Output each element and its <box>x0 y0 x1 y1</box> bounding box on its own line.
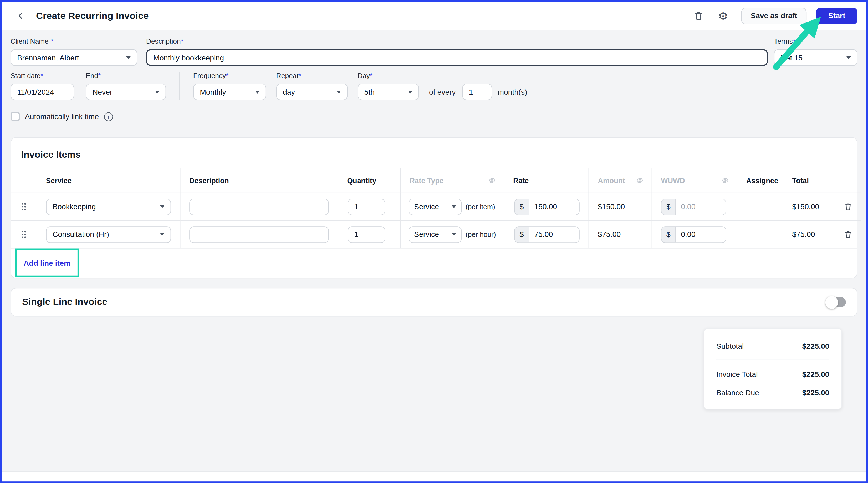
single-line-invoice-toggle[interactable] <box>827 297 846 307</box>
balance-due-value: $225.00 <box>802 388 829 397</box>
toggle-knob <box>826 296 838 309</box>
column-header-drag <box>11 168 37 193</box>
rate-type-value: Service <box>414 230 439 238</box>
start-date-input[interactable] <box>10 84 74 100</box>
auto-link-time-label: Automatically link time <box>25 112 99 121</box>
interval-unit-text: month(s) <box>498 84 527 100</box>
of-every-text: of every <box>429 84 456 100</box>
delete-invoice-button[interactable] <box>692 9 706 23</box>
rate-type-select[interactable]: Service <box>408 198 462 215</box>
service-select[interactable]: Consultation (Hr) <box>46 226 171 243</box>
screen: Create Recurring Invoice ⚙ Save as draft… <box>0 0 868 483</box>
required-marker: * <box>370 72 372 79</box>
quantity-input[interactable] <box>347 226 385 243</box>
gear-icon: ⚙ <box>718 10 728 21</box>
drag-handle-icon[interactable] <box>22 203 26 210</box>
start-date-group: Start date* <box>10 72 74 100</box>
invoice-total-row: Invoice Total $225.00 <box>716 370 829 379</box>
invoice-total-label: Invoice Total <box>716 370 758 379</box>
rate-type-cell: Service (per item) <box>401 193 504 220</box>
rate-input-group: $ <box>514 226 579 243</box>
total-cell: $75.00 <box>783 220 835 248</box>
subtotal-row: Subtotal $225.00 <box>716 342 829 350</box>
line-description-input[interactable] <box>189 198 329 215</box>
chevron-down-icon <box>155 90 160 93</box>
quantity-input[interactable] <box>347 198 385 215</box>
total-value: $150.00 <box>792 203 819 211</box>
interval-input[interactable] <box>462 84 492 100</box>
eye-slash-icon[interactable] <box>721 176 729 184</box>
quantity-cell <box>338 193 401 220</box>
currency-prefix: $ <box>662 199 676 215</box>
invoice-items-card: Invoice Items Service Description Quanti… <box>10 137 858 278</box>
wuwd-input[interactable] <box>676 199 726 215</box>
auto-link-time-row: Automatically link time i <box>2 112 866 121</box>
rate-input[interactable] <box>529 199 579 215</box>
currency-prefix: $ <box>515 199 529 215</box>
back-button[interactable] <box>14 9 27 23</box>
wuwd-input-group: $ <box>661 226 726 243</box>
assignee-cell <box>737 220 783 248</box>
summary-divider <box>716 360 829 360</box>
trash-icon <box>694 11 704 21</box>
chevron-down-icon <box>160 233 164 236</box>
line-description-input[interactable] <box>189 226 329 243</box>
info-icon[interactable]: i <box>104 112 113 121</box>
subtotal-label: Subtotal <box>716 342 744 350</box>
delete-row-button[interactable] <box>843 230 852 239</box>
terms-select[interactable]: Net 15 <box>774 49 858 66</box>
app-window: Create Recurring Invoice ⚙ Save as draft… <box>0 0 868 483</box>
rate-input-group: $ <box>514 198 579 215</box>
eye-slash-icon[interactable] <box>636 176 644 184</box>
service-value: Consultation (Hr) <box>53 230 109 238</box>
trash-icon <box>843 202 852 211</box>
end-select[interactable]: Never <box>86 84 166 100</box>
balance-due-label: Balance Due <box>716 388 759 397</box>
add-line-item-link[interactable]: Add line item <box>24 259 71 267</box>
day-select[interactable]: 5th <box>358 84 419 100</box>
chevron-down-icon <box>846 56 851 59</box>
form-row-1: Client Name* Brennaman, Albert Descripti… <box>2 38 866 66</box>
currency-prefix: $ <box>662 227 676 242</box>
description-label: Description* <box>146 38 768 45</box>
delete-row-button[interactable] <box>843 202 852 211</box>
start-button[interactable]: Start <box>816 7 858 24</box>
eye-slash-icon[interactable] <box>488 176 496 184</box>
interval-group <box>462 84 492 100</box>
settings-button[interactable]: ⚙ <box>716 9 730 23</box>
rate-type-select[interactable]: Service <box>408 226 462 243</box>
chevron-left-icon <box>16 11 25 20</box>
chevron-down-icon <box>337 90 341 93</box>
drag-handle-icon[interactable] <box>22 231 26 238</box>
description-group: Description* <box>146 38 768 66</box>
terms-label: Terms* <box>774 38 858 45</box>
wuwd-input-group: $ <box>661 198 726 215</box>
chevron-down-icon <box>160 205 164 208</box>
service-select[interactable]: Bookkeeping <box>46 198 171 215</box>
client-name-group: Client Name* Brennaman, Albert <box>10 38 137 66</box>
service-cell: Consultation (Hr) <box>37 220 180 248</box>
chevron-down-icon <box>452 233 456 236</box>
single-line-invoice-heading: Single Line Invoice <box>22 297 107 308</box>
frequency-select[interactable]: Monthly <box>193 84 266 100</box>
client-name-label: Client Name* <box>10 38 137 45</box>
end-value: Never <box>93 88 113 96</box>
save-as-draft-button[interactable]: Save as draft <box>741 7 807 24</box>
client-name-select[interactable]: Brennaman, Albert <box>10 49 137 66</box>
end-label: End* <box>86 72 166 79</box>
rate-input[interactable] <box>529 227 579 242</box>
column-header-rate: Rate <box>504 168 589 193</box>
row-actions-cell <box>835 193 861 220</box>
single-line-invoice-card: Single Line Invoice <box>10 288 858 317</box>
top-bar: Create Recurring Invoice ⚙ Save as draft… <box>2 2 866 31</box>
description-cell <box>181 193 338 220</box>
required-marker: * <box>98 72 101 79</box>
annotation-highlight-box: Add line item <box>15 249 79 278</box>
repeat-value: day <box>283 88 295 96</box>
repeat-label: Repeat* <box>276 72 348 79</box>
column-header-service: Service <box>37 168 180 193</box>
auto-link-time-checkbox[interactable] <box>10 112 20 121</box>
description-input[interactable] <box>146 49 768 66</box>
repeat-select[interactable]: day <box>276 84 348 100</box>
wuwd-input[interactable] <box>676 227 726 242</box>
